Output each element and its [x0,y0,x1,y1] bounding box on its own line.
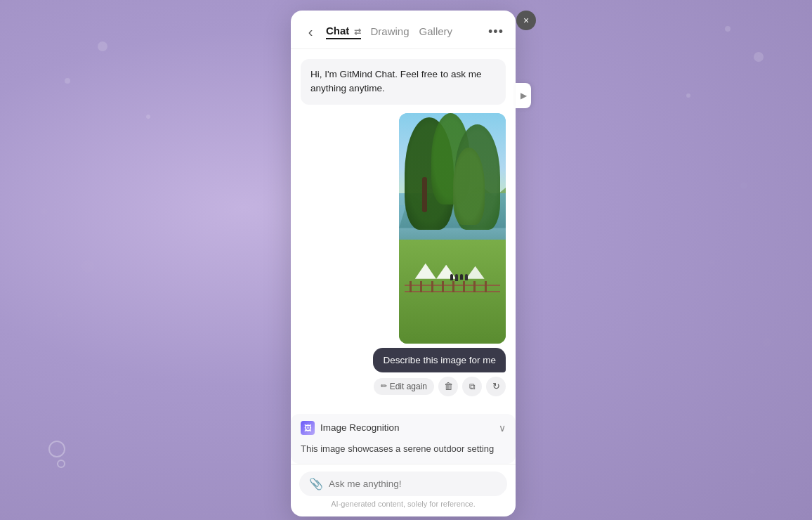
recognition-title-text: Image Recognition [320,422,400,433]
back-button[interactable]: ‹ [301,22,320,41]
attach-button[interactable]: 📎 [309,477,323,490]
recognition-icon: 🖼 [301,421,315,435]
chat-panel: ‹ Chat ⇄ Drawing Gallery ••• Hi, I'm Git… [291,11,516,516]
tab-drawing[interactable]: Drawing [371,25,410,39]
edit-again-button[interactable]: ✏ Edit again [374,378,434,395]
swap-icon: ⇄ [354,27,361,37]
user-text-message: Describe this image for me [373,348,506,372]
recognition-content: This image showcases a serene outdoor se… [291,442,516,464]
bot-greeting-message: Hi, I'm GitMind Chat. Feel free to ask m… [301,59,506,105]
input-row: 📎 [299,472,507,496]
tab-list: Chat ⇄ Drawing Gallery [326,25,486,39]
panel-header: ‹ Chat ⇄ Drawing Gallery ••• [291,11,516,49]
delete-icon: 🗑 [444,381,453,391]
copy-button[interactable]: ⧉ [462,377,482,396]
back-icon: ‹ [308,24,313,40]
expand-arrow-button[interactable]: ▶ [516,83,531,108]
disclaimer-text: AI-generated content, solely for referen… [299,496,507,509]
user-uploaded-image [399,113,506,344]
tab-chat[interactable]: Chat ⇄ [326,25,361,39]
image-recognition-section: 🖼 Image Recognition ∨ This image showcas… [291,414,516,464]
user-message-group: Describe this image for me ✏ Edit again … [301,113,506,396]
message-action-bar: ✏ Edit again 🗑 ⧉ ↻ [374,377,506,396]
chevron-right-icon: ▶ [520,91,527,100]
edit-icon: ✏ [381,382,387,391]
refresh-button[interactable]: ↻ [486,377,506,396]
tab-gallery[interactable]: Gallery [419,25,453,39]
refresh-icon: ↻ [492,381,500,391]
more-button[interactable]: ••• [486,22,506,41]
chat-input[interactable] [329,479,497,489]
recognition-title-group: 🖼 Image Recognition [301,421,400,435]
delete-button[interactable]: 🗑 [438,377,458,396]
copy-icon: ⧉ [469,382,476,391]
chevron-down-icon: ∨ [499,422,506,434]
recognition-header[interactable]: 🖼 Image Recognition ∨ [291,414,516,442]
close-button[interactable]: × [516,11,536,30]
input-area: 📎 AI-generated content, solely for refer… [291,464,516,516]
scenic-image-recreation [399,113,506,344]
chat-body: Hi, I'm GitMind Chat. Feel free to ask m… [291,49,516,414]
